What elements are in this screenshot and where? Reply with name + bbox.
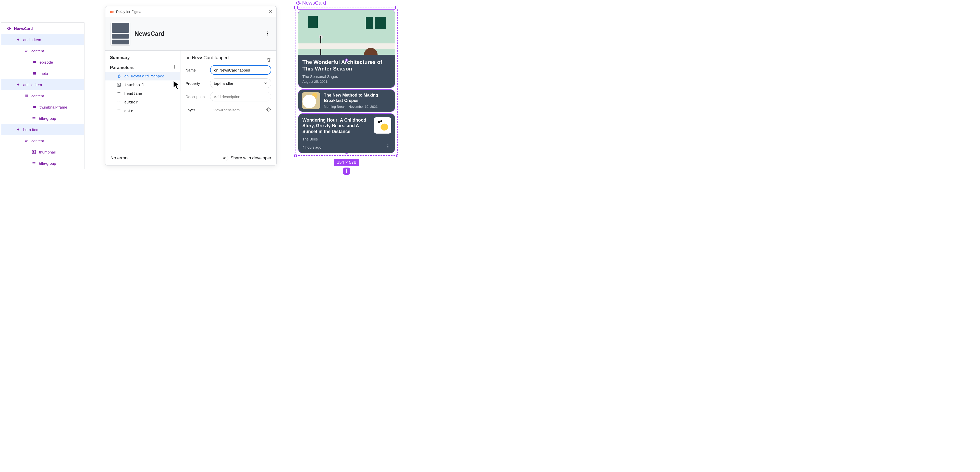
hero-thumbnail <box>298 10 395 55</box>
article-date: November 10, 2021 <box>348 105 378 108</box>
svg-rect-6 <box>17 128 19 131</box>
svg-point-13 <box>118 84 119 85</box>
svg-point-24 <box>387 147 388 148</box>
plugin-hero: NewsCard <box>105 17 277 51</box>
layer-row[interactable]: episode <box>1 56 84 68</box>
svg-point-14 <box>267 108 270 111</box>
add-variant-button[interactable] <box>343 167 350 175</box>
summary-heading[interactable]: Summary <box>110 55 176 60</box>
layer-row[interactable]: content <box>1 135 84 146</box>
svg-rect-19 <box>296 2 298 4</box>
layer-row[interactable]: content <box>1 45 84 56</box>
parameter-name: on NewsCard tapped <box>124 74 164 78</box>
plugin-footer: No errors Share with developer <box>105 151 277 165</box>
newscard-instance[interactable]: The Wonderful Architectures of This Wint… <box>298 10 395 153</box>
svg-rect-3 <box>8 29 10 30</box>
parameter-row[interactable]: thumbnail <box>105 80 180 89</box>
selection-dimensions: 354 × 578 <box>334 159 360 166</box>
image-icon <box>32 150 37 154</box>
layer-row[interactable]: audio-item <box>1 34 84 45</box>
selection-bounds: The Wonderful Architectures of This Wint… <box>296 7 398 156</box>
bars-icon <box>32 105 37 109</box>
parameter-name: thumbnail <box>124 83 145 87</box>
hero-date: August 25, 2021 <box>302 80 391 83</box>
name-label: Name <box>186 68 210 72</box>
layer-name: title-group <box>39 161 56 166</box>
svg-point-23 <box>387 146 388 147</box>
property-select[interactable]: tap-handler <box>210 78 271 88</box>
layer-row[interactable]: article-item <box>1 79 84 90</box>
text-icon <box>116 91 122 96</box>
svg-rect-5 <box>17 83 19 86</box>
lines-icon <box>32 116 37 120</box>
audio-headline: Wondering Hour: A Childhood Story, Grizz… <box>302 117 371 135</box>
relay-plugin-panel: Relay for Figma NewsCard Summary Paramet… <box>105 6 277 166</box>
pick-layer-button[interactable] <box>266 107 271 113</box>
close-button[interactable] <box>268 9 273 14</box>
parameter-row[interactable]: on NewsCard tapped <box>105 72 180 80</box>
figma-canvas: NewsCard The Wonderful Architectures of … <box>296 0 398 175</box>
description-label: Description <box>186 94 210 99</box>
layer-row[interactable]: content <box>1 90 84 101</box>
layer-value: view=hero-item <box>210 105 264 115</box>
svg-rect-2 <box>9 28 11 29</box>
plugin-titlebar: Relay for Figma <box>105 6 277 17</box>
parameter-name: author <box>124 100 138 104</box>
parameter-row[interactable]: author <box>105 98 180 107</box>
layer-name: content <box>32 94 44 98</box>
layer-row[interactable]: thumbnail <box>1 146 84 158</box>
parameter-row[interactable]: date <box>105 107 180 115</box>
text-icon <box>116 109 122 113</box>
lines-icon <box>24 139 29 142</box>
layer-name: title-group <box>39 116 56 121</box>
audio-thumbnail <box>374 117 391 134</box>
layers-component-header[interactable]: NewsCard <box>1 23 84 34</box>
layer-name: hero-item <box>23 128 39 132</box>
layer-row[interactable]: meta <box>1 68 84 79</box>
plugin-left-pane: Summary Parameters on NewsCard tappedthu… <box>105 51 180 151</box>
svg-point-22 <box>387 144 388 145</box>
layer-name: article-item <box>23 83 42 87</box>
article-thumbnail <box>302 92 320 109</box>
svg-point-17 <box>226 159 227 160</box>
add-parameter-button[interactable] <box>172 65 177 70</box>
detail-heading: on NewsCard tapped <box>186 55 229 61</box>
layer-name: audio-item <box>23 38 41 42</box>
svg-point-9 <box>267 32 268 32</box>
share-label: Share with developer <box>231 156 271 161</box>
article-headline: The New Method to Making Breakfast Crepe… <box>324 92 391 103</box>
layer-row[interactable]: title-group <box>1 158 84 169</box>
parameter-row[interactable]: headline <box>105 89 180 98</box>
svg-rect-18 <box>298 1 300 3</box>
layer-row[interactable]: thumbnail-frame <box>1 101 84 113</box>
svg-point-8 <box>33 151 34 152</box>
hero-item-card[interactable]: The Wonderful Architectures of This Wint… <box>298 10 395 88</box>
layer-name: thumbnail <box>39 150 56 154</box>
plugin-detail-pane: on NewsCard tapped Name Property tap-han… <box>180 51 277 151</box>
svg-point-11 <box>267 35 268 35</box>
frame-label[interactable]: NewsCard <box>296 0 398 6</box>
svg-rect-0 <box>8 27 10 28</box>
parameter-name: date <box>124 109 133 113</box>
layer-name: content <box>32 49 44 53</box>
article-item-card[interactable]: The New Method to Making Breakfast Crepe… <box>298 90 395 112</box>
svg-rect-4 <box>17 38 19 41</box>
description-input[interactable] <box>210 92 271 101</box>
share-with-developer-button[interactable]: Share with developer <box>223 156 271 161</box>
layer-row[interactable]: title-group <box>1 113 84 124</box>
delete-parameter-button[interactable] <box>266 57 271 63</box>
lines-icon <box>32 161 37 165</box>
tap-icon <box>116 74 122 78</box>
image-icon <box>116 83 122 87</box>
svg-point-15 <box>224 158 224 159</box>
diamond-icon <box>16 83 21 86</box>
parameters-heading: Parameters <box>110 65 134 70</box>
relay-logo-icon <box>109 10 114 13</box>
layer-row[interactable]: hero-item <box>1 124 84 135</box>
trash-icon <box>266 57 271 62</box>
selection-midpoint-icon <box>345 59 348 61</box>
audio-item-card[interactable]: Wondering Hour: A Childhood Story, Grizz… <box>298 114 395 153</box>
audio-more-button[interactable] <box>386 144 390 150</box>
name-input[interactable] <box>210 65 271 75</box>
component-overflow-menu[interactable] <box>264 30 271 38</box>
